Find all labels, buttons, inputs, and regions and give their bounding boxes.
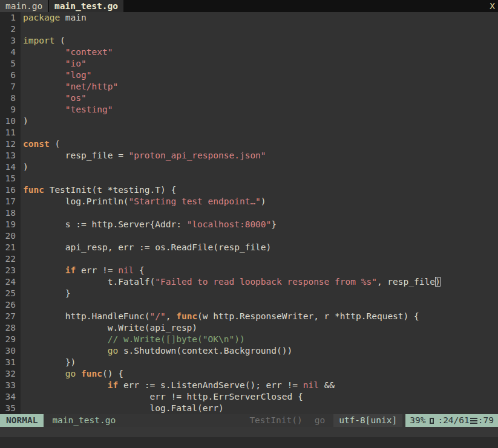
code-line[interactable]: 23 if err != nil { (0, 265, 498, 276)
command-line[interactable] (0, 427, 498, 437)
code-text: package main (21, 12, 87, 24)
code-line[interactable]: 11 (0, 127, 498, 138)
code-line[interactable]: 16func TestInit(t *testing.T) { (0, 184, 498, 196)
tabline: main.gomain_test.go X (0, 0, 498, 12)
code-text: }) (21, 357, 76, 368)
code-line[interactable]: 21 api_resp, err := os.ReadFile(resp_fil… (0, 242, 498, 253)
code-line[interactable]: 18 (0, 207, 498, 219)
line-number: 4 (0, 47, 21, 58)
code-line[interactable]: 6 "log" (0, 70, 498, 81)
code-text: "testing" (21, 104, 113, 115)
line-number: 2 (0, 24, 21, 35)
code-text: "log" (21, 70, 92, 81)
code-line[interactable]: 1package main (0, 12, 498, 24)
line-number: 28 (0, 322, 21, 334)
line-number: 20 (0, 230, 21, 242)
code-line[interactable]: 5 "io" (0, 58, 498, 70)
code-line[interactable]: 27 http.HandleFunc("/", func(w http.Resp… (0, 311, 498, 322)
line-number: 5 (0, 58, 21, 70)
line-number: 35 (0, 403, 21, 414)
line-number: 1 (0, 12, 21, 24)
code-text: // w.Write([]byte("OK\n")) (21, 334, 245, 345)
line-number: 11 (0, 127, 21, 138)
lines-icon (470, 417, 477, 424)
code-text: "io" (21, 58, 87, 70)
line-number: 21 (0, 242, 21, 253)
code-text: ) (21, 115, 28, 127)
code-line[interactable]: 15 (0, 173, 498, 184)
code-line[interactable]: 22 (0, 253, 498, 265)
code-line[interactable]: 7 "net/http" (0, 81, 498, 93)
code-line[interactable]: 24 t.Fatalf("Failed to read loopback res… (0, 276, 498, 288)
code-line[interactable]: 14) (0, 161, 498, 173)
code-text: log.Println("Starting test endpoint…") (21, 196, 266, 207)
code-text: if err != nil { (21, 265, 145, 276)
tab-main-test-go[interactable]: main_test.go (49, 0, 123, 12)
line-number: 7 (0, 81, 21, 93)
code-line[interactable]: 33 if err := s.ListenAndServe(); err != … (0, 380, 498, 391)
code-text: resp_file = "proton_api_response.json" (21, 150, 266, 161)
cursor: ) (435, 277, 441, 287)
code-line[interactable]: 17 log.Println("Starting test endpoint…"… (0, 196, 498, 207)
line-number: 33 (0, 380, 21, 391)
terminal-padding (0, 437, 498, 448)
code-line[interactable]: 35 log.Fatal(err) (0, 403, 498, 414)
tab-close-button[interactable]: X (490, 0, 495, 12)
line-number: 29 (0, 334, 21, 345)
code-line[interactable]: 13 resp_file = "proton_api_response.json… (0, 150, 498, 161)
code-line[interactable]: 10) (0, 115, 498, 127)
vim-window: main.gomain_test.go X 1package main23imp… (0, 0, 498, 448)
line-number: 32 (0, 368, 21, 380)
code-text: const ( (21, 138, 60, 150)
code-line[interactable]: 25 } (0, 288, 498, 299)
code-text: api_resp, err := os.ReadFile(resp_file) (21, 242, 271, 253)
line-number: 27 (0, 311, 21, 322)
tab-main-go[interactable]: main.go (0, 0, 48, 12)
code-line[interactable]: 2 (0, 24, 498, 35)
line-number: 9 (0, 104, 21, 115)
line-number: 25 (0, 288, 21, 299)
code-text: "net/http" (21, 81, 118, 93)
square-icon (430, 418, 434, 424)
code-line[interactable]: 20 (0, 230, 498, 242)
code-text: w.Write(api_resp) (21, 322, 197, 334)
code-line[interactable]: 3import ( (0, 35, 498, 47)
status-encoding: utf-8[unix] (333, 414, 402, 427)
code-text (21, 230, 23, 242)
code-line[interactable]: 34 err != http.ErrServerClosed { (0, 391, 498, 403)
line-number: 18 (0, 207, 21, 219)
code-line[interactable]: 32 go func() { (0, 368, 498, 380)
line-number: 6 (0, 70, 21, 81)
code-text: s := http.Server{Addr: "localhost:8000"} (21, 219, 277, 230)
status-location-segment: 39% :24/61 :79 (405, 414, 498, 427)
code-line[interactable]: 28 w.Write(api_resp) (0, 322, 498, 334)
code-text (21, 299, 23, 311)
code-line[interactable]: 8 "os" (0, 93, 498, 104)
line-number: 10 (0, 115, 21, 127)
line-number: 24 (0, 276, 21, 288)
code-line[interactable]: 31 }) (0, 357, 498, 368)
status-mode-badge: NORMAL (0, 414, 44, 427)
line-number: 3 (0, 35, 21, 47)
line-number: 30 (0, 345, 21, 357)
code-line[interactable]: 29 // w.Write([]byte("OK\n")) (0, 334, 498, 345)
code-text (21, 127, 23, 138)
code-text: import ( (21, 35, 65, 47)
code-text: } (21, 288, 71, 299)
line-number: 26 (0, 299, 21, 311)
code-text: func TestInit(t *testing.T) { (21, 184, 176, 196)
tabline-tabs: main.gomain_test.go (0, 0, 123, 12)
statusline: NORMAL main_test.go TestInit() go utf-8[… (0, 414, 498, 427)
code-line[interactable]: 12const ( (0, 138, 498, 150)
code-line[interactable]: 9 "testing" (0, 104, 498, 115)
code-line[interactable]: 26 (0, 299, 498, 311)
line-number: 17 (0, 196, 21, 207)
code-line[interactable]: 30 go s.Shutdown(context.Background()) (0, 345, 498, 357)
status-line-of-total: :24/61 (437, 414, 469, 427)
code-text: if err := s.ListenAndServe(); err != nil… (21, 380, 335, 391)
code-line[interactable]: 4 "context" (0, 47, 498, 58)
code-text (21, 207, 23, 219)
code-line[interactable]: 19 s := http.Server{Addr: "localhost:800… (0, 219, 498, 230)
code-text: log.Fatal(err) (21, 403, 224, 414)
line-number: 16 (0, 184, 21, 196)
